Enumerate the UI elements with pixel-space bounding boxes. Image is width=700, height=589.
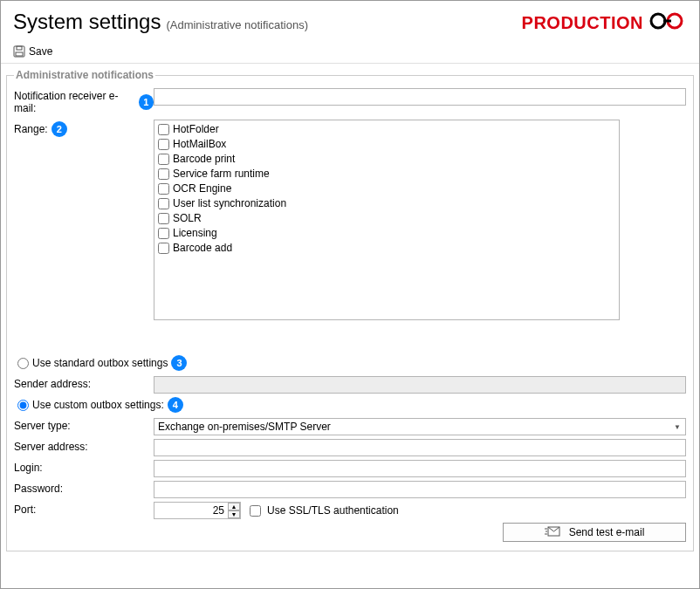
- label-range-wrap: Range: 2: [14, 120, 154, 137]
- row-receiver: Notification receiver e-mail: 1: [14, 88, 686, 114]
- label-server-type: Server type:: [14, 420, 71, 432]
- ssl-checkbox[interactable]: [250, 505, 261, 517]
- range-item[interactable]: Barcode print: [158, 152, 615, 167]
- range-checkbox-ocr-engine[interactable]: [158, 183, 169, 195]
- range-item[interactable]: OCR Engine: [158, 181, 615, 196]
- save-icon: [13, 45, 25, 58]
- range-item-label: Service farm runtime: [173, 167, 270, 181]
- range-item[interactable]: Barcode add: [158, 241, 615, 256]
- range-checkbox-solr[interactable]: [158, 213, 169, 224]
- svg-rect-4: [17, 46, 22, 50]
- settings-window: System settings (Administrative notifica…: [0, 0, 700, 589]
- label-receiver-wrap: Notification receiver e-mail: 1: [14, 88, 154, 114]
- label-use-standard: Use standard outbox settings: [32, 357, 168, 369]
- page-title: System settings: [13, 10, 161, 34]
- range-checkbox-hotfolder[interactable]: [158, 124, 169, 135]
- footer-row: Send test e-mail: [14, 523, 686, 542]
- range-checkbox-service-farm[interactable]: [158, 168, 169, 180]
- group-legend: Administrative notifications: [14, 69, 155, 81]
- label-password: Password:: [14, 483, 63, 495]
- range-item-label: SOLR: [173, 211, 202, 226]
- radio-standard-row[interactable]: Use standard outbox settings 3: [17, 355, 686, 371]
- row-range: Range: 2 HotFolder HotMailBox Barcode pr…: [14, 120, 686, 320]
- toolbar: Save: [1, 40, 699, 64]
- header-left: System settings (Administrative notifica…: [13, 10, 308, 34]
- range-checkbox-user-sync[interactable]: [158, 198, 169, 209]
- range-item[interactable]: SOLR: [158, 211, 615, 226]
- row-sender-address: Sender address:: [14, 376, 686, 394]
- brand: PRODUCTION: [522, 11, 687, 35]
- brand-text: PRODUCTION: [522, 13, 643, 33]
- header: System settings (Administrative notifica…: [1, 1, 699, 40]
- server-type-select[interactable]: Exchange on-premises/SMTP Server: [154, 418, 686, 435]
- callout-3: 3: [171, 355, 187, 371]
- range-item[interactable]: HotMailBox: [158, 137, 615, 152]
- range-item[interactable]: HotFolder: [158, 122, 615, 137]
- mail-icon: [545, 526, 560, 539]
- radio-use-standard[interactable]: [17, 358, 29, 369]
- row-server-address: Server address:: [14, 439, 686, 456]
- ssl-checkbox-wrap[interactable]: Use SSL/TLS authentication: [246, 503, 399, 519]
- label-use-ssl: Use SSL/TLS authentication: [267, 504, 399, 517]
- receiver-email-input[interactable]: [154, 88, 686, 106]
- admin-notifications-group: Administrative notifications Notificatio…: [6, 69, 694, 551]
- radio-use-custom[interactable]: [17, 400, 29, 411]
- range-item-label: Licensing: [173, 226, 217, 241]
- send-test-button[interactable]: Send test e-mail: [503, 523, 686, 542]
- content: Administrative notifications Notificatio…: [1, 64, 699, 557]
- label-login: Login:: [14, 462, 43, 474]
- range-item[interactable]: Service farm runtime: [158, 167, 615, 181]
- range-list[interactable]: HotFolder HotMailBox Barcode print Servi…: [154, 120, 620, 320]
- send-test-label: Send test e-mail: [569, 526, 645, 538]
- range-item[interactable]: User list synchronization: [158, 196, 615, 211]
- range-checkbox-barcode-print[interactable]: [158, 154, 169, 165]
- range-item-label: User list synchronization: [173, 196, 286, 211]
- radio-custom-row[interactable]: Use custom outbox settings: 4: [17, 397, 686, 413]
- port-step-down[interactable]: ▼: [228, 510, 240, 518]
- callout-4: 4: [168, 397, 183, 413]
- password-input[interactable]: [154, 481, 686, 498]
- svg-rect-5: [16, 52, 23, 56]
- row-server-type: Server type: Exchange on-premises/SMTP S…: [14, 418, 686, 435]
- label-sender-address: Sender address:: [14, 378, 91, 390]
- page-subtitle: (Administrative notifications): [166, 18, 308, 31]
- save-button[interactable]: Save: [10, 44, 56, 59]
- label-server-address: Server address:: [14, 441, 88, 453]
- port-spinner: ▲ ▼: [228, 503, 240, 518]
- save-label: Save: [29, 45, 52, 58]
- range-item-label: Barcode print: [173, 152, 235, 167]
- row-login: Login:: [14, 460, 686, 477]
- row-password: Password:: [14, 481, 686, 498]
- callout-2: 2: [51, 121, 67, 137]
- label-range: Range:: [14, 123, 48, 135]
- range-item-label: OCR Engine: [173, 181, 231, 196]
- login-input[interactable]: [154, 460, 686, 477]
- range-item-label: HotMailBox: [173, 137, 226, 152]
- range-item-label: HotFolder: [173, 122, 219, 137]
- range-checkbox-hotmailbox[interactable]: [158, 139, 169, 150]
- port-step-up[interactable]: ▲: [228, 503, 240, 510]
- callout-1: 1: [139, 94, 154, 110]
- sender-address-input: [154, 376, 686, 394]
- label-use-custom: Use custom outbox settings:: [32, 399, 164, 411]
- svg-rect-2: [663, 20, 671, 23]
- server-address-input[interactable]: [154, 439, 686, 456]
- range-checkbox-barcode-add[interactable]: [158, 243, 169, 254]
- row-port: Port: ▲ ▼ Use SSL/TLS authentication: [14, 502, 686, 519]
- brand-logo-icon: [649, 11, 687, 35]
- range-item-label: Barcode add: [173, 241, 232, 256]
- svg-point-0: [651, 14, 665, 28]
- range-checkbox-licensing[interactable]: [158, 228, 169, 239]
- label-receiver: Notification receiver e-mail:: [14, 90, 135, 114]
- range-item[interactable]: Licensing: [158, 226, 615, 241]
- label-port: Port:: [14, 503, 36, 516]
